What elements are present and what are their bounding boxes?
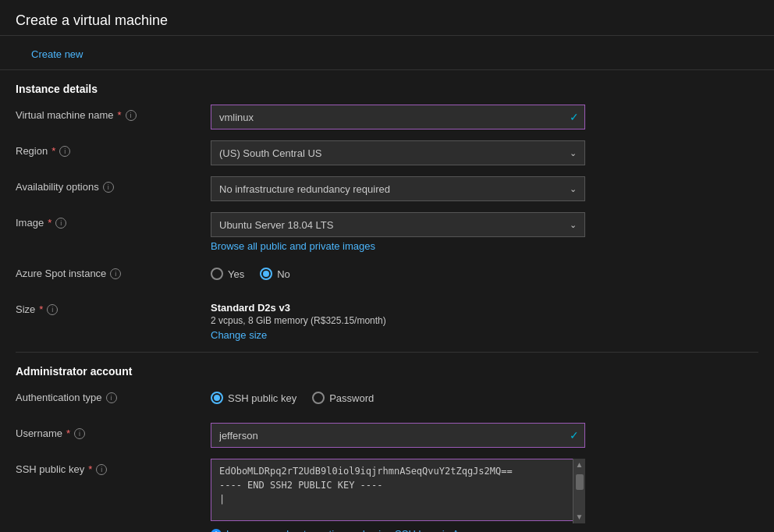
ssh-scrollbar[interactable]: ▲ ▼: [573, 459, 585, 523]
size-row: Size * i Standard D2s v3 2 vcpus, 8 GiB …: [16, 299, 758, 341]
ssh-key-info-icon[interactable]: i: [96, 464, 107, 475]
auth-ssh-radio[interactable]: [211, 392, 223, 404]
username-required: *: [66, 427, 70, 439]
auth-type-control: SSH public key Password: [211, 387, 585, 404]
auth-type-info-icon[interactable]: i: [106, 392, 117, 403]
image-required: *: [48, 217, 51, 229]
ssh-textarea-container: EdOboMLDRpq2rT2UdB9l0iol9iqjrhmnASeqQvuY…: [211, 459, 585, 523]
create-new-link[interactable]: Create new: [16, 42, 98, 66]
username-input-wrapper: ✓: [211, 423, 585, 448]
availability-dropdown-value: No infrastructure redundancy required: [219, 183, 570, 195]
scrollbar-thumb[interactable]: [576, 474, 584, 490]
auth-ssh-label: SSH public key: [228, 392, 296, 404]
auth-type-radio-group: SSH public key Password: [211, 387, 585, 404]
image-chevron-icon: ⌄: [570, 220, 577, 230]
admin-account-title: Administrator account: [16, 365, 758, 378]
username-row: Username * i ✓: [16, 423, 758, 448]
vm-name-control: ✓: [211, 105, 585, 129]
region-label: Region * i: [16, 140, 211, 157]
image-dropdown[interactable]: Ubuntu Server 18.04 LTS ⌄: [211, 212, 585, 237]
region-info-icon[interactable]: i: [59, 146, 70, 157]
vm-name-check-icon: ✓: [570, 111, 579, 123]
username-control: ✓: [211, 423, 585, 448]
change-size-link[interactable]: Change size: [211, 329, 267, 341]
username-info-icon[interactable]: i: [74, 428, 85, 439]
region-chevron-icon: ⌄: [570, 148, 577, 158]
azure-spot-info-icon[interactable]: i: [110, 268, 121, 279]
scrollbar-bottom: ▼: [573, 511, 586, 523]
size-info-icon[interactable]: i: [47, 304, 58, 315]
azure-spot-radio-group: Yes No: [211, 263, 585, 280]
size-control: Standard D2s v3 2 vcpus, 8 GiB memory (R…: [211, 299, 585, 341]
availability-dropdown[interactable]: No infrastructure redundancy required ⌄: [211, 176, 585, 201]
image-info-icon[interactable]: i: [55, 218, 66, 229]
size-required: *: [39, 303, 43, 315]
size-name: Standard D2s v3: [211, 302, 585, 314]
size-label: Size * i: [16, 299, 211, 315]
username-input[interactable]: [211, 423, 585, 448]
availability-label: Availability options i: [16, 176, 211, 193]
form-container: Instance details Virtual machine name * …: [0, 83, 774, 532]
availability-chevron-icon: ⌄: [570, 184, 577, 194]
availability-row: Availability options i No infrastructure…: [16, 176, 758, 201]
image-control: Ubuntu Server 18.04 LTS ⌄ Browse all pub…: [211, 212, 585, 252]
azure-spot-no-radio[interactable]: [260, 268, 272, 280]
region-dropdown-value: (US) South Central US: [219, 147, 570, 159]
azure-spot-yes-option[interactable]: Yes: [211, 268, 244, 280]
ssh-key-textarea[interactable]: EdOboMLDRpq2rT2UdB9l0iol9iqjrhmnASeqQvuY…: [211, 459, 585, 521]
ssh-key-control: EdOboMLDRpq2rT2UdB9l0iol9iqjrhmnASeqQvuY…: [211, 459, 585, 532]
image-dropdown-value: Ubuntu Server 18.04 LTS: [219, 219, 570, 231]
instance-details-title: Instance details: [16, 83, 758, 95]
auth-type-row: Authentication type i SSH public key Pas…: [16, 387, 758, 412]
auth-password-option[interactable]: Password: [312, 392, 374, 404]
auth-password-label: Password: [329, 392, 374, 404]
region-control: (US) South Central US ⌄: [211, 140, 585, 165]
ssh-key-label: SSH public key * i: [16, 459, 211, 475]
region-dropdown[interactable]: (US) South Central US ⌄: [211, 140, 585, 165]
ssh-learn-more-row: i Learn more about creating and using SS…: [211, 528, 585, 532]
azure-spot-no-label: No: [277, 268, 290, 280]
vm-name-required: *: [118, 109, 122, 121]
vm-name-input[interactable]: [211, 105, 585, 129]
username-label: Username * i: [16, 423, 211, 439]
region-required: *: [51, 145, 55, 157]
ssh-key-row: SSH public key * i EdOboMLDRpq2rT2UdB9l0…: [16, 459, 758, 532]
divider-1: [16, 352, 758, 353]
auth-type-label: Authentication type i: [16, 387, 211, 403]
image-row: Image * i Ubuntu Server 18.04 LTS ⌄ Brow…: [16, 212, 758, 252]
page-title: Create a virtual machine: [0, 0, 774, 36]
region-row: Region * i (US) South Central US ⌄: [16, 140, 758, 165]
image-label: Image * i: [16, 212, 211, 229]
azure-spot-no-option[interactable]: No: [260, 268, 290, 280]
vm-name-info-icon[interactable]: i: [126, 110, 137, 121]
vm-name-label: Virtual machine name * i: [16, 105, 211, 121]
azure-spot-label: Azure Spot instance i: [16, 263, 211, 279]
availability-control: No infrastructure redundancy required ⌄: [211, 176, 585, 201]
availability-info-icon[interactable]: i: [103, 182, 114, 193]
azure-spot-yes-radio[interactable]: [211, 268, 223, 280]
azure-spot-yes-label: Yes: [228, 268, 244, 280]
vm-name-input-wrapper: ✓: [211, 105, 585, 129]
azure-spot-row: Azure Spot instance i Yes No: [16, 263, 758, 288]
scrollbar-up-arrow[interactable]: ▲: [576, 459, 584, 471]
auth-password-radio[interactable]: [312, 392, 325, 404]
auth-ssh-option[interactable]: SSH public key: [211, 392, 296, 404]
browse-images-link[interactable]: Browse all public and private images: [211, 240, 375, 252]
ssh-learn-more-link[interactable]: Learn more about creating and using SSH …: [226, 528, 479, 532]
ssh-key-required: *: [88, 463, 92, 475]
ssh-info-circle: i: [211, 529, 222, 533]
azure-spot-control: Yes No: [211, 263, 585, 280]
username-check-icon: ✓: [570, 429, 579, 442]
size-details: 2 vcpus, 8 GiB memory (R$325.15/month): [211, 315, 585, 326]
vm-name-row: Virtual machine name * i ✓: [16, 105, 758, 129]
page-container: Create a virtual machine Create new Inst…: [0, 0, 774, 532]
scrollbar-down-arrow[interactable]: ▼: [576, 511, 584, 523]
